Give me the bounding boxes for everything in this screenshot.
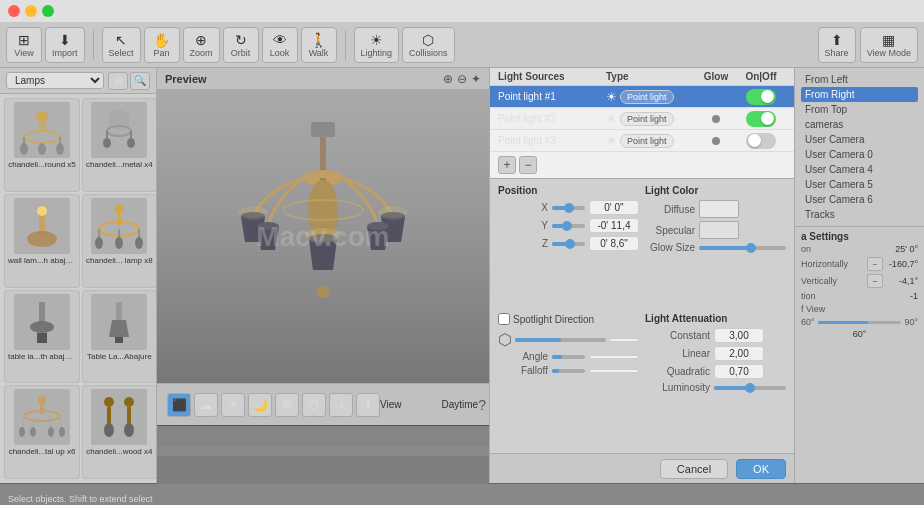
- fov-slider[interactable]: [818, 321, 902, 324]
- light-sun-icon-1: ☀: [606, 112, 617, 126]
- quadratic-row: Quadratic 0,70: [645, 364, 786, 379]
- spotlight-checkbox[interactable]: [498, 313, 510, 325]
- spotlight-falloff-row: Falloff: [498, 365, 639, 376]
- preview-tab-5[interactable]: ⏱: [302, 393, 326, 417]
- asset-label: Table La...Abajure: [87, 352, 152, 361]
- preview-tab-6[interactable]: ♪: [329, 393, 353, 417]
- h-decrease-btn[interactable]: −: [867, 257, 883, 271]
- camera-item-from-left[interactable]: From Left: [801, 72, 918, 87]
- camera-item-user6[interactable]: User Camera 6: [801, 192, 918, 207]
- view-button[interactable]: ⊞View: [6, 27, 42, 63]
- linear-value[interactable]: 2,00: [714, 346, 764, 361]
- falloff-value[interactable]: [589, 369, 639, 373]
- spotlight-direction-slider[interactable]: [515, 338, 606, 342]
- camera-item-user4[interactable]: User Camera 4: [801, 162, 918, 177]
- luminosity-slider[interactable]: [714, 386, 786, 390]
- asset-item[interactable]: chandeli...metal x4: [82, 98, 156, 192]
- remove-light-button[interactable]: −: [519, 156, 537, 174]
- cancel-button[interactable]: Cancel: [660, 459, 728, 479]
- v-decrease-btn[interactable]: −: [867, 274, 883, 288]
- asset-item[interactable]: chandeli...round x5: [4, 98, 80, 192]
- ls-row-1[interactable]: Point light #2 ☀ Point light: [490, 108, 794, 130]
- svg-point-41: [19, 427, 25, 437]
- camera-item-from-top[interactable]: From Top: [801, 102, 918, 117]
- close-button[interactable]: [8, 5, 20, 17]
- camera-item-user[interactable]: User Camera: [801, 132, 918, 147]
- asset-item[interactable]: table la...th abajure: [4, 290, 80, 384]
- position-y-row: Y -0' 11,4: [498, 218, 639, 233]
- ls-toggle-2[interactable]: [746, 133, 776, 149]
- zoom-button[interactable]: ⊕Zoom: [183, 27, 220, 63]
- preview-tab-7[interactable]: ℹ: [356, 393, 380, 417]
- camera-item-tracks[interactable]: Tracks: [801, 207, 918, 222]
- position-y-slider[interactable]: [552, 224, 585, 228]
- position-z-slider[interactable]: [552, 242, 585, 246]
- zoom-out-icon[interactable]: ⊖: [457, 72, 467, 86]
- preview-tab-4[interactable]: ⚙: [275, 393, 299, 417]
- specular-color-picker[interactable]: [699, 221, 739, 239]
- sidebar-header: Lamps ⊞ 🔍: [0, 68, 156, 94]
- add-light-button[interactable]: +: [498, 156, 516, 174]
- svg-point-5: [20, 143, 28, 155]
- minimize-button[interactable]: [25, 5, 37, 17]
- constant-value[interactable]: 3,00: [714, 328, 764, 343]
- ok-button[interactable]: OK: [736, 459, 786, 479]
- spotlight-angle-row: Angle: [498, 351, 639, 362]
- spotlight-direction-value[interactable]: [609, 338, 639, 342]
- import-button[interactable]: ⬇Import: [45, 27, 85, 63]
- settings-icon[interactable]: ✦: [471, 72, 481, 86]
- ls-toggle-1[interactable]: [746, 111, 776, 127]
- status-label: Select objects. Shift to extend select: [8, 494, 153, 504]
- ls-toggle-0[interactable]: [746, 89, 776, 105]
- sidebar-grid-icon[interactable]: ⊞: [108, 72, 128, 90]
- ls-name-2: Point light #3: [498, 135, 606, 146]
- position-x-value[interactable]: 0' 0": [589, 200, 639, 215]
- asset-item[interactable]: chandeli...wood x4: [82, 385, 156, 479]
- asset-label: wall lam...h abajure: [8, 256, 76, 265]
- svg-point-45: [104, 397, 114, 407]
- position-z-value[interactable]: 0' 8,6": [589, 236, 639, 251]
- ls-glow-dot-2[interactable]: [712, 137, 720, 145]
- help-icon[interactable]: ?: [478, 397, 486, 413]
- light-color-title: Light Color: [645, 185, 786, 196]
- falloff-slider[interactable]: [552, 369, 585, 373]
- sidebar-search-icon[interactable]: 🔍: [130, 72, 150, 90]
- collisions-button[interactable]: ⬡Collisions: [402, 27, 455, 63]
- pan-button[interactable]: ✋Pan: [144, 27, 180, 63]
- category-dropdown[interactable]: Lamps: [6, 72, 104, 89]
- camera-item-from-right[interactable]: From Right: [801, 87, 918, 102]
- diffuse-color-picker[interactable]: [699, 200, 739, 218]
- preview-tab-3[interactable]: 🌙: [248, 393, 272, 417]
- camera-item-user0[interactable]: User Camera 0: [801, 147, 918, 162]
- settings-label-on: on: [801, 244, 883, 254]
- asset-item[interactable]: chandeli... lamp x8: [82, 194, 156, 288]
- walk-button[interactable]: 🚶Walk: [301, 27, 337, 63]
- position-x-slider[interactable]: [552, 206, 585, 210]
- angle-slider[interactable]: [552, 355, 585, 359]
- fov-current-value: 60°: [853, 329, 867, 339]
- preview-tab-0[interactable]: ⬛: [167, 393, 191, 417]
- glow-size-slider[interactable]: [699, 246, 786, 250]
- ls-glow-dot-1[interactable]: [712, 115, 720, 123]
- lighting-button[interactable]: ☀Lighting: [354, 27, 400, 63]
- look-button[interactable]: 👁Look: [262, 27, 298, 63]
- orbit-button[interactable]: ↻Orbit: [223, 27, 259, 63]
- view-mode-button[interactable]: ▦View Mode: [860, 27, 918, 63]
- select-button[interactable]: ↖Select: [102, 27, 141, 63]
- asset-item[interactable]: Table La...Abajure: [82, 290, 156, 384]
- ls-row-2[interactable]: Point light #3 ☀ Point light: [490, 130, 794, 152]
- quadratic-value[interactable]: 0,70: [714, 364, 764, 379]
- preview-tab-1[interactable]: ☁: [194, 393, 218, 417]
- asset-item[interactable]: chandeli...tal up x6: [4, 385, 80, 479]
- ls-row-0[interactable]: Point light #1 ☀ Point light: [490, 86, 794, 108]
- position-y-value[interactable]: -0' 11,4: [589, 218, 639, 233]
- share-button[interactable]: ⬆Share: [818, 27, 856, 63]
- maximize-button[interactable]: [42, 5, 54, 17]
- asset-item[interactable]: wall lam...h abajure: [4, 194, 80, 288]
- angle-value[interactable]: [589, 355, 639, 359]
- zoom-in-icon[interactable]: ⊕: [443, 72, 453, 86]
- camera-item-cameras[interactable]: cameras: [801, 117, 918, 132]
- ls-glow-dot-0[interactable]: [712, 93, 720, 101]
- preview-tab-2[interactable]: ☀: [221, 393, 245, 417]
- camera-item-user5[interactable]: User Camera 5: [801, 177, 918, 192]
